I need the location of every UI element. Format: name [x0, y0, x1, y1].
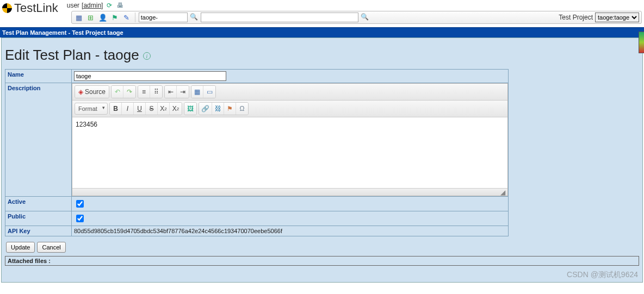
- active-checkbox[interactable]: [76, 200, 84, 208]
- app-name: TestLink: [14, 1, 58, 15]
- refresh-icon[interactable]: ⟳: [105, 1, 114, 10]
- numbered-list-icon[interactable]: ≡: [138, 86, 150, 98]
- calendar-icon[interactable]: ▦: [74, 12, 84, 22]
- editor-body[interactable]: 123456: [72, 117, 507, 188]
- strike-icon[interactable]: S: [146, 103, 158, 115]
- user-area: user [admin] ⟳ 🖶: [67, 1, 642, 10]
- public-checkbox[interactable]: [76, 215, 84, 222]
- app-logo[interactable]: TestLink: [2, 1, 58, 15]
- bold-icon[interactable]: B: [110, 103, 122, 115]
- italic-icon[interactable]: I: [122, 103, 134, 115]
- section-title-bar: Test Plan Management - Test Project taog…: [0, 27, 644, 37]
- section-title: Test Plan Management - Test Project taog…: [2, 29, 123, 36]
- page-title: Edit Test Plan - taoge i: [5, 47, 639, 64]
- format-select[interactable]: Format: [75, 103, 108, 115]
- main-toolbar: ▦ ⊞ 👤 ⚑ ✎ 🔍 🔍 Test Project taoge:taoge: [71, 11, 642, 24]
- redo-icon[interactable]: ↷: [123, 86, 135, 98]
- quick-search-input[interactable]: [139, 12, 188, 22]
- attached-files-box: Attached files :: [5, 256, 639, 266]
- special-char-icon[interactable]: Ω: [236, 103, 248, 115]
- label-api-key: API Key: [5, 226, 72, 236]
- label-active: Active: [5, 197, 72, 211]
- main-panel: Edit Test Plan - taoge i Name Descriptio…: [1, 37, 643, 283]
- label-description: Description: [5, 83, 72, 197]
- table-icon[interactable]: ▦: [191, 86, 203, 98]
- bullet-list-icon[interactable]: ⠿: [150, 86, 162, 98]
- unlink-icon[interactable]: ⛓: [212, 103, 224, 115]
- global-search-input[interactable]: [201, 12, 358, 22]
- watermark: CSDN @测试机9624: [567, 270, 638, 280]
- user-icon[interactable]: 👤: [98, 12, 108, 22]
- name-input[interactable]: [74, 71, 226, 81]
- underline-icon[interactable]: U: [134, 103, 146, 115]
- undo-icon[interactable]: ↶: [112, 86, 123, 98]
- testlink-icon: [2, 3, 12, 13]
- cancel-button[interactable]: Cancel: [37, 242, 65, 253]
- test-project-label: Test Project: [559, 14, 593, 21]
- update-button[interactable]: Update: [6, 242, 35, 253]
- rich-text-editor: ◈ Source ↶ ↷ ≡ ⠿ ⇤: [72, 83, 508, 196]
- side-indicator: [639, 32, 644, 53]
- user-label: user: [67, 2, 79, 9]
- user-name-link[interactable]: [admin]: [82, 2, 103, 9]
- test-project-select[interactable]: taoge:taoge: [595, 12, 639, 22]
- search-icon[interactable]: 🔍: [361, 13, 369, 22]
- outdent-icon[interactable]: ⇤: [165, 86, 177, 98]
- hr-icon[interactable]: ▭: [203, 86, 215, 98]
- source-dot-icon: ◈: [78, 88, 83, 96]
- printer-icon[interactable]: 🖶: [116, 1, 125, 10]
- image-icon[interactable]: 🖼: [184, 103, 196, 115]
- search-icon[interactable]: 🔍: [190, 13, 199, 22]
- indent-icon[interactable]: ⇥: [177, 86, 189, 98]
- subscript-icon[interactable]: X2: [158, 103, 170, 115]
- anchor-icon[interactable]: ⚑: [224, 103, 236, 115]
- toolbar-separator: [135, 12, 135, 22]
- label-public: Public: [5, 211, 72, 226]
- tree-icon[interactable]: ⊞: [86, 12, 96, 22]
- api-key-value: 80d55d9805cb159d4705dbdc534bf78776a42e24…: [72, 226, 509, 236]
- testplan-form: Name Description ◈ Source: [5, 69, 509, 236]
- label-name: Name: [5, 70, 72, 83]
- editor-source-button[interactable]: ◈ Source: [75, 86, 109, 98]
- edit-icon[interactable]: ✎: [122, 12, 132, 22]
- superscript-icon[interactable]: X2: [170, 103, 182, 115]
- editor-resize-handle[interactable]: ◢: [72, 188, 507, 196]
- info-icon[interactable]: i: [143, 52, 151, 60]
- link-icon[interactable]: 🔗: [199, 103, 212, 115]
- attached-files-label: Attached files :: [8, 258, 51, 264]
- flag-icon[interactable]: ⚑: [110, 12, 120, 22]
